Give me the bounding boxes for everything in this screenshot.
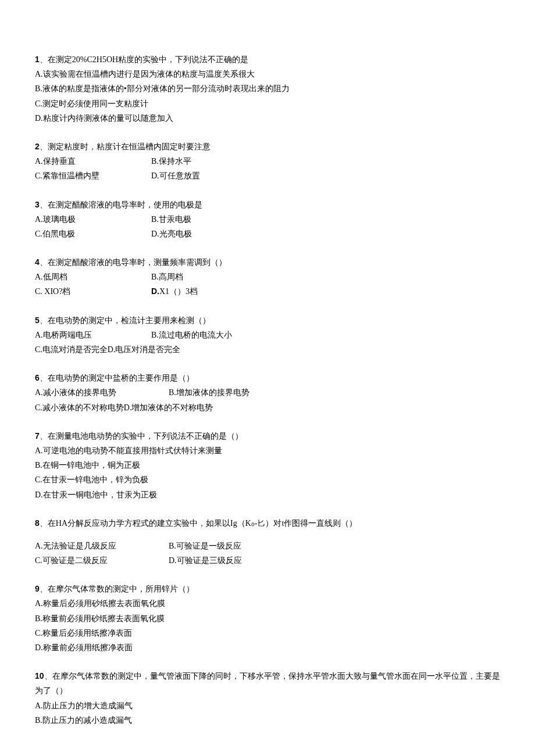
option: A.低周档 (35, 270, 151, 284)
option: C.测定时必须使用同一支粘度计 (35, 96, 500, 111)
document-body: 1、在测定20%C2H5OH粘度的实验中，下列说法不正确的是A.该实验需在恒温槽… (35, 52, 500, 728)
option: D.可任意放置 (151, 169, 268, 183)
option-row: A.减小液体的接界电势B.增加液体的接界电势 (35, 385, 500, 400)
question-number: 6 (35, 373, 40, 382)
question-10: 10、在摩尔气体常数的测定中，量气管液面下降的同时，下移水平管，保持水平管水面大… (35, 669, 500, 728)
option: C.紧靠恒温槽内壁 (35, 169, 151, 183)
option: B.防止压力的减小造成漏气 (35, 713, 500, 728)
option: A.防止压力的增大造成漏气 (35, 698, 500, 713)
question-text: 、在电动势的测定中，检流计主要用来检测（） (40, 316, 211, 325)
option-row: C.紧靠恒温槽内壁D.可任意放置 (35, 169, 500, 183)
option: B.液体的粘度是指液体的•部分对液体的另一部分流动时表现出来的阻力 (35, 81, 500, 96)
question-9: 9、在摩尔气体常数的测定中，所用锌片（）A.称量后必须用砂纸擦去表面氧化膜B.称… (35, 582, 500, 655)
question-text: 、测定粘度时，粘度计在恒温槽内固定时要注意 (40, 142, 211, 151)
question-stem: 8、在HA分解反应动力学方程式的建立实验中，如果以Ig（K₀-匕）对t作图得一直… (35, 516, 500, 531)
question-text: 、在测定醋酸溶液的电导率时，使用的电极是 (40, 200, 202, 209)
question-stem: 4、在测定醋酸溶液的电导率时，测量频率需调到（） (35, 255, 500, 270)
option-tail: C.减小液体的不对称电势D.增加液体的不对称电势 (35, 400, 500, 415)
question-number: 5 (35, 316, 40, 325)
option: D.X1（）3档 (151, 284, 268, 299)
question-7: 7、在测量电池电动势的实验中，下列说法不正确的是（）A.可逆电池的电动势不能直接… (35, 429, 500, 502)
option: B.可验证是一级反应 (169, 539, 285, 553)
option: A.可逆电池的电动势不能直接用指针式伏特计来测量 (35, 443, 500, 458)
option: B.甘汞电极 (151, 212, 268, 227)
option: A.保持垂直 (35, 154, 151, 169)
option: B.增加液体的接界电势 (169, 385, 285, 400)
option: A.无法验证是几级反应 (35, 539, 169, 553)
option: A.该实验需在恒温槽内进行是因为液体的粘度与温度关系很大 (35, 67, 500, 81)
option-text: X1（）3档 (159, 287, 198, 296)
option-tail: C.电流对消是否完全D.电压对消是否完全 (35, 342, 500, 357)
question-stem: 10、在摩尔气体常数的测定中，量气管液面下降的同时，下移水平管，保持水平管水面大… (35, 669, 500, 698)
option-row: C.伯黑电极D.光亮电极 (35, 227, 500, 241)
option: D.可验证是三级反应 (169, 553, 285, 568)
option: D.称量前必须用纸擦净表面 (35, 640, 500, 655)
question-2: 2、测定粘度时，粘度计在恒温槽内固定时要注意A.保持垂直B.保持水平C.紧靠恒温… (35, 139, 500, 184)
option: A.电桥两端电压 (35, 328, 151, 342)
question-stem: 9、在摩尔气体常数的测定中，所用锌片（） (35, 582, 500, 596)
option: D.光亮电极 (151, 227, 268, 241)
question-8: 8、在HA分解反应动力学方程式的建立实验中，如果以Ig（K₀-匕）对t作图得一直… (35, 516, 500, 568)
question-number: 7 (35, 431, 40, 440)
question-5: 5、在电动势的测定中，检流计主要用来检测（）A.电桥两端电压B.流过电桥的电流大… (35, 313, 500, 357)
question-stem: 5、在电动势的测定中，检流计主要用来检测（） (35, 313, 500, 328)
question-number: 8 (35, 518, 40, 528)
option-row: A.低周档B.高周档 (35, 270, 500, 284)
option: C.伯黑电极 (35, 227, 151, 241)
option: A.减小液体的接界电势 (35, 385, 169, 400)
option: B.流过电桥的电流大小 (151, 328, 268, 342)
option: C. XIO?档 (35, 284, 151, 299)
option: B.保持水平 (151, 154, 268, 169)
question-number: 9 (35, 584, 40, 593)
question-stem: 7、在测量电池电动势的实验中，下列说法不正确的是（） (35, 429, 500, 443)
option: B.高周档 (151, 270, 268, 284)
question-text: 、在HA分解反应动力学方程式的建立实验中，如果以Ig（K₀-匕）对t作图得一直线… (40, 519, 358, 528)
question-number: 3 (35, 200, 40, 209)
option: C.称量后必须用纸擦净表面 (35, 626, 500, 640)
question-number: 4 (35, 257, 40, 267)
question-stem: 6、在电动势的测定中盐桥的主要作用是（） (35, 371, 500, 385)
option-row: A.玻璃电极B.甘汞电极 (35, 212, 500, 227)
option: C.在甘汞一锌电池中，锌为负极 (35, 472, 500, 487)
question-text: 、在测定醋酸溶液的电导率时，测量频率需调到（） (40, 258, 227, 267)
option: A.称量后必须用砂纸擦去表面氧化膜 (35, 596, 500, 611)
question-stem: 3、在测定醋酸溶液的电导率时，使用的电极是 (35, 198, 500, 212)
option-row: C.可验证是二级反应D.可验证是三级反应 (35, 553, 500, 568)
question-3: 3、在测定醋酸溶液的电导率时，使用的电极是A.玻璃电极B.甘汞电极C.伯黑电极D… (35, 198, 500, 242)
option-row: C. XIO?档D.X1（）3档 (35, 284, 500, 299)
question-6: 6、在电动势的测定中盐桥的主要作用是（）A.减小液体的接界电势B.增加液体的接界… (35, 371, 500, 415)
question-stem: 1、在测定20%C2H5OH粘度的实验中，下列说法不正确的是 (35, 52, 500, 67)
question-stem: 2、测定粘度时，粘度计在恒温槽内固定时要注意 (35, 139, 500, 154)
question-1: 1、在测定20%C2H5OH粘度的实验中，下列说法不正确的是A.该实验需在恒温槽… (35, 52, 500, 126)
option: D.在甘汞一铜电池中，甘汞为正极 (35, 488, 500, 502)
option: C.可验证是二级反应 (35, 553, 169, 568)
question-number: 1 (35, 55, 40, 64)
question-4: 4、在测定醋酸溶液的电导率时，测量频率需调到（）A.低周档B.高周档C. XIO… (35, 255, 500, 299)
option: B.称量前必须用砂纸擦去表面氧化膜 (35, 611, 500, 626)
question-text: 、在测定20%C2H5OH粘度的实验中，下列说法不正确的是 (40, 55, 248, 64)
option-row: A.电桥两端电压B.流过电桥的电流大小 (35, 328, 500, 342)
question-text: 、在测量电池电动势的实验中，下列说法不正确的是（） (40, 432, 243, 440)
question-number: 2 (35, 142, 40, 151)
question-text: 、在摩尔气体常数的测定中，量气管液面下降的同时，下移水平管，保持水平管水面大致与… (35, 672, 500, 695)
question-text: 、在摩尔气体常数的测定中，所用锌片（） (40, 585, 194, 593)
option: B.在铜一锌电池中，铜为正极 (35, 458, 500, 472)
option: D.粘度计内待测液体的量可以随意加入 (35, 111, 500, 126)
option: A.玻璃电极 (35, 212, 151, 227)
option-row: A.保持垂直B.保持水平 (35, 154, 500, 169)
question-number: 10 (35, 671, 44, 680)
option-row: A.无法验证是几级反应B.可验证是一级反应 (35, 539, 500, 553)
option-prefix: D. (151, 286, 159, 296)
question-text: 、在电动势的测定中盐桥的主要作用是（） (40, 374, 194, 382)
